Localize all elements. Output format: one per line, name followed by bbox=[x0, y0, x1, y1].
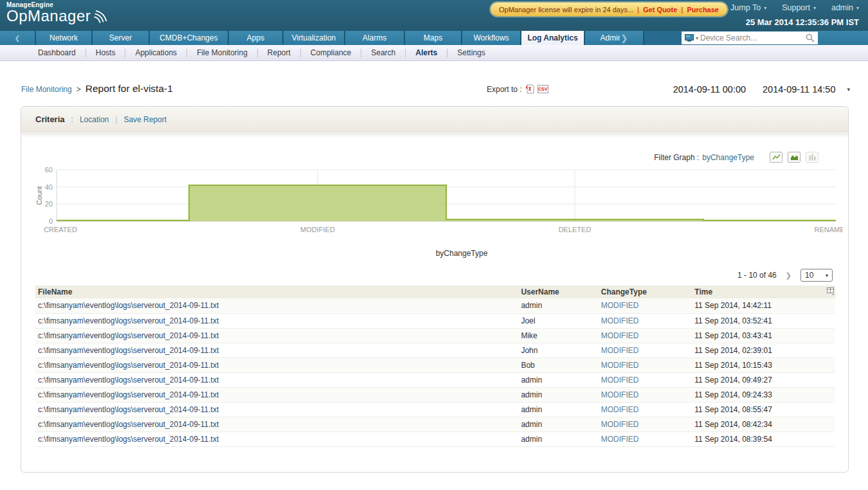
report-table-wrap: FileName UserName ChangeType Time bbox=[35, 286, 835, 447]
bar-chart-icon[interactable] bbox=[806, 152, 818, 163]
cell-file: c:\fimsanyam\eventlog\logs\serverout_201… bbox=[35, 431, 518, 446]
panel-inner-shadow bbox=[22, 133, 847, 138]
location-link[interactable]: Location bbox=[80, 115, 109, 124]
cell-change: MODIFIED bbox=[599, 343, 692, 358]
subnav-item-alerts[interactable]: Alerts bbox=[406, 45, 447, 61]
subnav-item-compliance[interactable]: Compliance bbox=[301, 45, 361, 61]
tab-admin[interactable]: Admin❯ bbox=[585, 31, 644, 45]
column-header-username: UserName bbox=[518, 286, 598, 298]
cell-pad bbox=[824, 298, 835, 313]
page-size-value: 10 bbox=[805, 271, 813, 280]
tab-label: Log Analytics bbox=[527, 33, 577, 42]
table-row: c:\fimsanyam\eventlog\logs\serverout_201… bbox=[35, 298, 835, 313]
cell-pad bbox=[824, 417, 835, 431]
page-title: Report for el-vista-1 bbox=[86, 83, 173, 95]
opmanager-logo[interactable]: ManageEngine OpManager bbox=[6, 1, 109, 24]
cell-pad bbox=[824, 431, 835, 446]
menu-support[interactable]: Support▾ bbox=[782, 3, 816, 12]
tabs-scroll-left-button[interactable]: ❮ bbox=[0, 31, 36, 45]
tab-alarms[interactable]: Alarms bbox=[345, 31, 405, 45]
subnav-item-settings[interactable]: Settings bbox=[448, 45, 494, 61]
tab-label: Maps bbox=[424, 33, 442, 42]
column-header-time: Time bbox=[692, 286, 824, 298]
save-report-link[interactable]: Save Report bbox=[123, 115, 167, 124]
cell-user: admin bbox=[518, 298, 598, 313]
device-search-box: ▾ bbox=[682, 32, 818, 44]
get-quote-link[interactable]: Get Quote bbox=[643, 6, 677, 14]
cell-user: admin bbox=[518, 417, 598, 431]
tabs-scroll-right-icon[interactable]: ❯ bbox=[621, 33, 628, 43]
tab-label: Server bbox=[109, 33, 132, 42]
table-row: c:\fimsanyam\eventlog\logs\serverout_201… bbox=[35, 313, 835, 328]
column-header-filename: FileName bbox=[35, 286, 518, 298]
cell-file: c:\fimsanyam\eventlog\logs\serverout_201… bbox=[35, 402, 518, 417]
subnav-item-search[interactable]: Search bbox=[361, 45, 405, 61]
cell-time: 11 Sep 2014, 02:39:01 bbox=[692, 343, 824, 358]
device-search-input[interactable] bbox=[700, 33, 804, 42]
opmanager-page: ManageEngine OpManager OpManager license… bbox=[0, 0, 868, 490]
date-range-end: 2014-09-11 14:50 bbox=[763, 84, 835, 95]
cell-file: c:\fimsanyam\eventlog\logs\serverout_201… bbox=[35, 343, 518, 358]
tab-label: Network bbox=[50, 33, 78, 42]
search-icon[interactable] bbox=[806, 33, 815, 42]
tab-server[interactable]: Server bbox=[93, 31, 150, 45]
cell-pad bbox=[824, 372, 835, 387]
cell-change: MODIFIED bbox=[599, 431, 692, 446]
breadcrumb: File Monitoring > Report for el-vista-1 bbox=[21, 83, 173, 95]
area-chart-icon[interactable] bbox=[788, 152, 800, 163]
export-pdf-icon[interactable] bbox=[525, 84, 534, 94]
top-menus: Jump To▾Support▾admin▾ bbox=[730, 3, 859, 12]
line-chart-icon[interactable] bbox=[770, 152, 782, 163]
menu-jump-to[interactable]: Jump To▾ bbox=[730, 3, 766, 12]
cell-user: admin bbox=[518, 387, 598, 402]
svg-text:RENAMED: RENAMED bbox=[814, 226, 843, 233]
search-scope-caret-icon[interactable]: ▾ bbox=[696, 35, 698, 41]
criteria-colon: : bbox=[71, 115, 73, 124]
menu-admin[interactable]: admin▾ bbox=[831, 3, 859, 12]
export-label: Export to : bbox=[487, 85, 522, 94]
subnav-item-applications[interactable]: Applications bbox=[125, 45, 186, 61]
subnav-item-dashboard[interactable]: Dashboard bbox=[28, 45, 86, 61]
subnav-item-file-monitoring[interactable]: File Monitoring bbox=[187, 45, 257, 61]
cell-change: MODIFIED bbox=[599, 328, 692, 343]
cell-user: Mike bbox=[518, 328, 598, 343]
cell-user: Joel bbox=[518, 313, 598, 328]
filter-graph-row: Filter Graph : byChangeType bbox=[654, 152, 818, 163]
menu-label: Support bbox=[782, 3, 810, 12]
table-header-row: FileName UserName ChangeType Time bbox=[35, 286, 835, 298]
next-page-icon[interactable]: ❯ bbox=[786, 271, 791, 280]
purchase-link[interactable]: Purchase bbox=[687, 6, 719, 14]
cell-change: MODIFIED bbox=[599, 402, 692, 417]
cell-change: MODIFIED bbox=[599, 387, 692, 402]
date-range-start: 2014-09-11 00:00 bbox=[673, 84, 746, 95]
cell-file: c:\fimsanyam\eventlog\logs\serverout_201… bbox=[35, 358, 518, 372]
cell-time: 11 Sep 2014, 08:42:34 bbox=[692, 417, 824, 431]
page-size-select[interactable]: 10 ▾ bbox=[800, 269, 833, 282]
tab-cmdb-changes[interactable]: CMDB+Changes bbox=[150, 31, 229, 45]
breadcrumb-file-monitoring-link[interactable]: File Monitoring bbox=[21, 85, 72, 94]
tab-virtualization[interactable]: Virtualization bbox=[284, 31, 345, 45]
tab-network[interactable]: Network bbox=[36, 31, 93, 45]
cell-time: 11 Sep 2014, 03:52:41 bbox=[692, 313, 824, 328]
column-picker-icon[interactable] bbox=[827, 287, 835, 295]
tab-log-analytics[interactable]: Log Analytics bbox=[521, 31, 585, 45]
cell-user: admin bbox=[518, 372, 598, 387]
tab-workflows[interactable]: Workflows bbox=[462, 31, 521, 45]
column-header-changetype: ChangeType bbox=[599, 286, 692, 298]
tab-maps[interactable]: Maps bbox=[405, 31, 462, 45]
tab-label: Apps bbox=[247, 33, 264, 42]
cell-file: c:\fimsanyam\eventlog\logs\serverout_201… bbox=[35, 417, 518, 431]
export-csv-icon[interactable]: CSV bbox=[538, 85, 548, 93]
cell-time: 11 Sep 2014, 14:42:11 bbox=[692, 298, 824, 313]
tab-apps[interactable]: Apps bbox=[229, 31, 284, 45]
criteria-separator: | bbox=[115, 115, 117, 124]
chevron-down-icon: ▾ bbox=[856, 5, 859, 11]
subnav-item-hosts[interactable]: Hosts bbox=[86, 45, 125, 61]
cell-change: MODIFIED bbox=[599, 313, 692, 328]
report-date-range[interactable]: 2014-09-11 00:00 2014-09-11 14:50 ▾ bbox=[673, 84, 850, 95]
subnav-item-report[interactable]: Report bbox=[258, 45, 300, 61]
subnav: DashboardHostsApplicationsFile Monitorin… bbox=[0, 45, 868, 61]
monitor-icon[interactable] bbox=[685, 34, 694, 42]
criteria-title: Criteria bbox=[35, 114, 65, 124]
date-range-caret-icon[interactable]: ▾ bbox=[847, 86, 850, 93]
